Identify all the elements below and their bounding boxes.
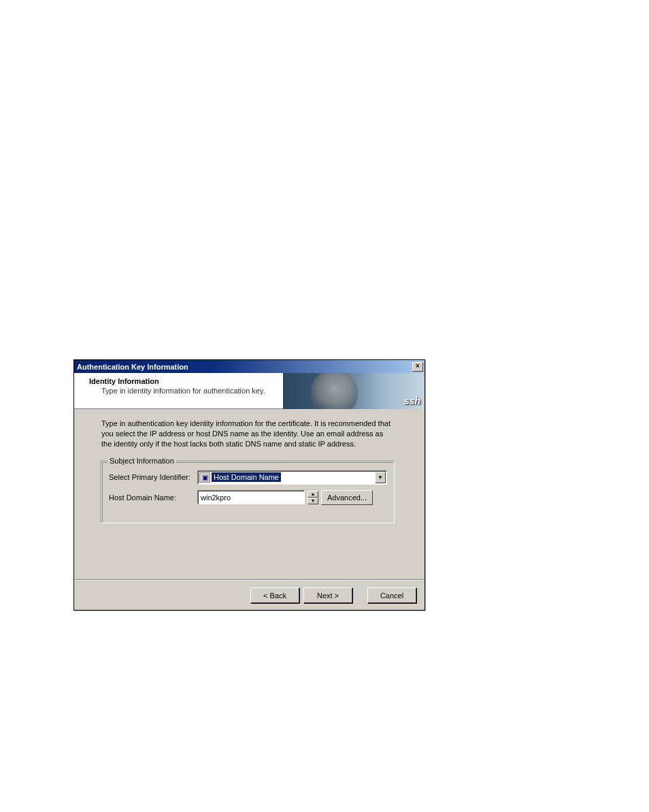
spinner-up-icon[interactable]: ▲ (307, 491, 318, 498)
row-primary-identifier: Select Primary Identifier: ▣ Host Domain… (109, 470, 387, 485)
titlebar: Authentication Key Information × (74, 360, 425, 373)
back-button[interactable]: < Back (250, 587, 299, 603)
window-title: Authentication Key Information (77, 363, 188, 371)
next-button[interactable]: Next > (303, 587, 352, 603)
primary-identifier-value: Host Domain Name (212, 472, 281, 482)
dialog-body: Type in authentication key identity info… (74, 409, 425, 579)
cancel-button[interactable]: Cancel (367, 587, 416, 603)
row-host-domain-name: Host Domain Name: ▲ ▼ Advanced... (109, 490, 387, 505)
chevron-down-icon[interactable]: ▼ (375, 472, 386, 483)
advanced-button[interactable]: Advanced... (321, 490, 373, 505)
close-icon: × (416, 362, 420, 370)
wizard-banner-image: ssh (283, 373, 425, 409)
spinner-down-icon[interactable]: ▼ (307, 498, 318, 504)
label-host-domain-name: Host Domain Name: (109, 493, 197, 502)
subject-information-group: Subject Information Select Primary Ident… (101, 461, 395, 523)
host-icon: ▣ (199, 472, 210, 483)
groupbox-legend: Subject Information (107, 457, 176, 465)
close-button[interactable]: × (412, 362, 423, 372)
dialog-footer: < Back Next > Cancel (74, 581, 425, 610)
host-domain-name-spinner[interactable]: ▲ ▼ (307, 491, 318, 504)
label-primary-identifier: Select Primary Identifier: (109, 473, 197, 481)
description-text: Type in authentication key identity info… (101, 419, 394, 449)
dialog-authentication-key-information: Authentication Key Information × Identit… (73, 359, 425, 611)
wizard-header: Identity Information Type in identity in… (74, 373, 425, 409)
wizard-step-title: Identity Information (89, 377, 283, 385)
wizard-header-text: Identity Information Type in identity in… (74, 373, 283, 408)
wizard-step-subtitle: Type in identity information for authent… (101, 387, 283, 395)
brand-logo: ssh (404, 395, 420, 406)
primary-identifier-dropdown[interactable]: ▣ Host Domain Name ▼ (197, 470, 387, 485)
host-domain-name-input[interactable] (197, 490, 305, 504)
